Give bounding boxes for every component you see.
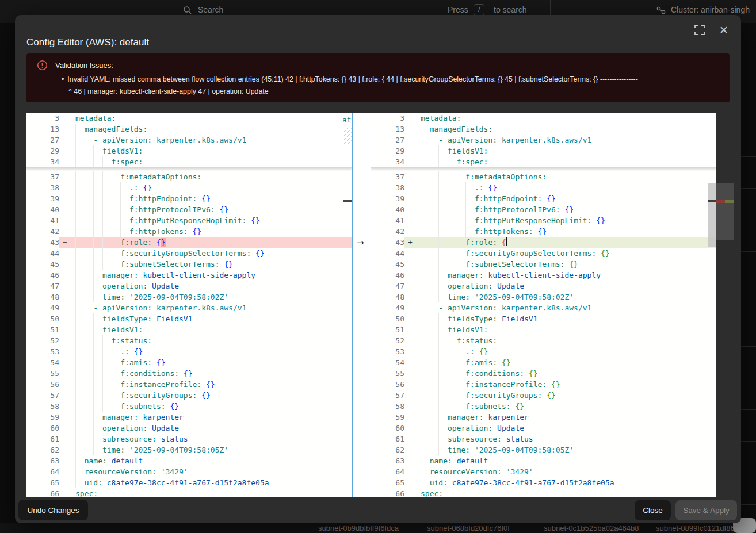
code-line-45[interactable]: 45f:subnetSelectorTerms: {} [371,259,716,270]
code-line-54[interactable]: 54f:amis: {} [371,357,716,368]
code-line-64[interactable]: 64resourceVersion: '3429' [371,466,716,477]
subnet-cell: subnet-0c1b525ba02a464b8 [544,524,639,532]
code-line-43[interactable]: 43+f:role: { [371,237,716,248]
code-line-13[interactable]: 13managedFields: [26,124,352,135]
modified-code[interactable]: 37f:metadataOptions:38.: {}39f:httpEndpo… [371,168,716,497]
code-line-52[interactable]: 52f:status: [371,335,716,346]
code-line-61[interactable]: 61subresource: status [26,434,352,444]
code-line-50[interactable]: 50fieldsType: FieldsV1 [371,313,716,324]
code-line-56[interactable]: 56f:instanceProfile: {} [371,379,716,390]
diff-editor: 3metadata:13managedFields:27- apiVersion… [26,113,734,497]
code-line-55[interactable]: 55f:conditions: {} [371,368,716,379]
code-line-39[interactable]: 39f:httpEndpoint: {} [371,193,716,204]
code-line-50[interactable]: 50fieldsType: FieldsV1 [26,313,352,324]
code-line-48[interactable]: 48time: '2025-09-04T09:58:02Z' [371,292,716,302]
code-line-48[interactable]: 48time: '2025-09-04T09:58:02Z' [26,292,352,302]
code-line-34[interactable]: 34f:spec: [26,156,352,167]
validation-message-line1: Invalid YAML: missed comma between flow … [67,75,637,83]
code-line-53[interactable]: 53.: {} [26,346,352,357]
code-line-60[interactable]: 60operation: Update [26,423,352,434]
code-line-13[interactable]: 13managedFields: [371,124,716,135]
code-line-56[interactable]: 56f:instanceProfile: {} [26,379,352,390]
overview-viewport[interactable] [716,183,734,240]
code-line-38[interactable]: 38.: {} [371,182,716,193]
close-icon[interactable]: ✕ [717,24,730,37]
code-line-61[interactable]: 61subresource: status [371,434,716,444]
code-line-27[interactable]: 27- apiVersion: karpenter.k8s.aws/v1 [371,135,716,145]
code-line-46[interactable]: 46manager: kubectl-client-side-apply [26,270,352,281]
validation-message-line2: ^ 46 | manager: kubectl-client-side-appl… [62,86,729,98]
code-line-3[interactable]: 3metadata: [371,113,716,124]
code-line-54[interactable]: 54f:amis: {} [26,357,352,368]
diff-overview-ruler[interactable] [716,113,734,497]
undo-changes-button[interactable]: Undo Changes [18,500,88,520]
code-line-29[interactable]: 29fieldsV1: [26,145,352,156]
code-line-40[interactable]: 40f:httpProtocolIPv6: {} [371,204,716,215]
validation-banner: Validation Issues: •Invalid YAML: missed… [26,53,730,102]
code-line-37[interactable]: 37f:metadataOptions: [26,171,352,182]
code-line-3[interactable]: 3metadata: [26,113,352,124]
code-line-43[interactable]: 43−f:role: {} [26,237,352,248]
code-line-60[interactable]: 60operation: Update [371,423,716,434]
code-line-47[interactable]: 47operation: Update [371,281,716,292]
code-line-63[interactable]: 63name: default [26,455,352,466]
code-line-39[interactable]: 39f:httpEndpoint: {} [26,193,352,204]
code-line-62[interactable]: 62time: '2025-09-04T09:58:05Z' [26,444,352,455]
code-line-47[interactable]: 47operation: Update [26,281,352,292]
code-line-57[interactable]: 57f:securityGroups: {} [371,390,716,401]
code-line-52[interactable]: 52f:status: [26,335,352,346]
scrollbar-diff-mark [708,200,716,202]
code-line-66[interactable]: 66spec: [371,488,716,497]
code-line-59[interactable]: 59manager: karpenter [371,412,716,423]
code-line-49[interactable]: 49- apiVersion: karpenter.k8s.aws/v1 [371,302,716,313]
code-line-58[interactable]: 58f:subnets: {} [26,401,352,412]
code-line-64[interactable]: 64resourceVersion: '3429' [26,466,352,477]
validation-message: •Invalid YAML: missed comma between flow… [62,74,729,98]
code-line-58[interactable]: 58f:subnets: {} [371,401,716,412]
modified-editor[interactable]: 3metadata:13managedFields:27- apiVersion… [371,113,716,497]
vertical-scrollbar[interactable] [708,183,716,247]
code-line-41[interactable]: 41f:httpPutResponseHopLimit: {} [26,215,352,226]
to-search-label: to search [494,4,527,16]
code-line-63[interactable]: 63name: default [371,455,716,466]
code-line-46[interactable]: 46manager: kubectl-client-side-apply [371,270,716,281]
bullet: • [62,75,64,83]
close-button[interactable]: Close [635,500,671,520]
clipped-text-fragment: at [342,114,352,125]
code-line-55[interactable]: 55f:conditions: {} [26,368,352,379]
config-editor-dialog: Config Editor (AWS): default ✕ Validatio… [15,15,741,523]
code-line-29[interactable]: 29fieldsV1: [371,145,716,156]
code-line-66[interactable]: 66spec: [26,488,352,497]
code-line-27[interactable]: 27- apiVersion: karpenter.k8s.aws/v1 [26,135,352,145]
diff-sash[interactable]: → [352,113,371,497]
code-line-34[interactable]: 34f:spec: [371,156,716,167]
fullscreen-icon[interactable] [694,24,707,37]
original-code[interactable]: 37f:metadataOptions:38.: {}39f:httpEndpo… [26,168,352,497]
save-apply-button[interactable]: Save & Apply [675,500,737,520]
cluster-chooser[interactable]: Cluster: anirban-singh [671,4,750,16]
code-line-59[interactable]: 59manager: karpenter [26,412,352,423]
code-line-51[interactable]: 51fieldsV1: [26,324,352,335]
code-line-44[interactable]: 44f:securityGroupSelectorTerms: {} [26,248,352,259]
original-sticky-header: 3metadata:13managedFields:27- apiVersion… [26,113,352,168]
background-table-row: subnet-0b9dbfbff9f6fdca subnet-068bfd20d… [0,523,756,533]
code-line-65[interactable]: 65uid: c8afe97e-38cc-4f91-a767-d15f2a8fe… [26,477,352,488]
original-editor[interactable]: 3metadata:13managedFields:27- apiVersion… [26,113,352,497]
code-line-65[interactable]: 65uid: c8afe97e-38cc-4f91-a767-d15f2a8fe… [371,477,716,488]
code-line-45[interactable]: 45f:subnetSelectorTerms: {} [26,259,352,270]
code-line-53[interactable]: 53.: {} [371,346,716,357]
code-line-51[interactable]: 51fieldsV1: [371,324,716,335]
code-line-41[interactable]: 41f:httpPutResponseHopLimit: {} [371,215,716,226]
code-line-57[interactable]: 57f:securityGroups: {} [26,390,352,401]
revert-arrow-icon[interactable]: → [357,237,364,248]
code-line-62[interactable]: 62time: '2025-09-04T09:58:05Z' [371,444,716,455]
code-line-42[interactable]: 42f:httpTokens: {} [371,226,716,237]
code-line-49[interactable]: 49- apiVersion: karpenter.k8s.aws/v1 [26,302,352,313]
code-line-37[interactable]: 37f:metadataOptions: [371,171,716,182]
code-line-42[interactable]: 42f:httpTokens: {} [26,226,352,237]
code-line-40[interactable]: 40f:httpProtocolIPv6: {} [26,204,352,215]
code-line-44[interactable]: 44f:securityGroupSelectorTerms: {} [371,248,716,259]
code-line-38[interactable]: 38.: {} [26,182,352,193]
hidden-region-hatch [343,128,352,144]
search-input[interactable]: Search [198,4,223,16]
